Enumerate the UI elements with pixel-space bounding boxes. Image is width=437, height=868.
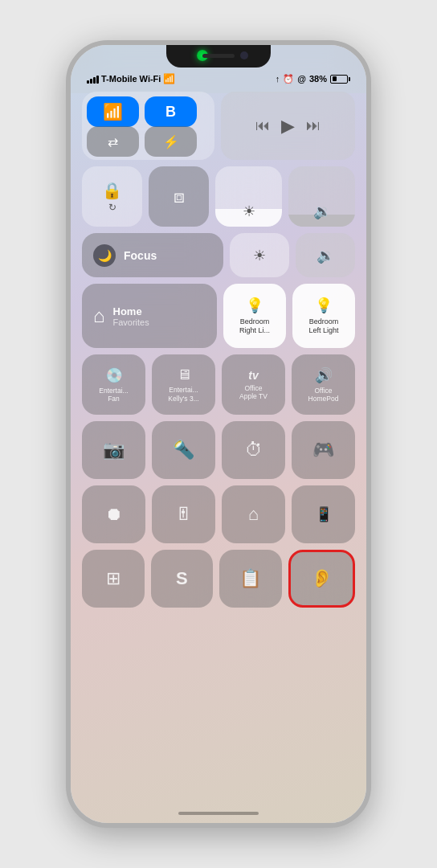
appletv-label: OfficeApple TV bbox=[239, 384, 268, 400]
bulb-right-icon: 💡 bbox=[246, 297, 263, 314]
battery-indicator bbox=[330, 75, 350, 84]
brightness-wide-icon: ☀ bbox=[253, 247, 266, 264]
remote-icon: 🎮 bbox=[312, 440, 334, 461]
volume-wide-tile[interactable]: 🔉 bbox=[296, 233, 355, 277]
home-app-tile[interactable]: ⌂ bbox=[222, 485, 285, 543]
play-button[interactable]: ▶ bbox=[281, 116, 295, 137]
control-center: 📶 B ⇄ ⚡ ⏮ ▶ bbox=[82, 92, 355, 783]
camera-tile[interactable]: 📷 bbox=[82, 421, 145, 479]
appletv-remote-tile[interactable]: 📱 bbox=[292, 485, 355, 543]
qr-icon: ⊞ bbox=[106, 568, 120, 589]
wifi-toggle[interactable]: 📶 bbox=[87, 96, 139, 127]
moon-icon: 🌙 bbox=[98, 249, 112, 262]
volume-slider[interactable]: 🔉 bbox=[288, 166, 355, 227]
shazam-icon: S bbox=[176, 568, 188, 589]
signal-bar-2 bbox=[90, 79, 92, 84]
airdrop-icon: ⇄ bbox=[108, 134, 118, 149]
location-icon: ↑ bbox=[276, 74, 280, 84]
row-tools1: 📷 🔦 ⏱ 🎮 bbox=[82, 421, 355, 479]
bulb-left-icon: 💡 bbox=[315, 297, 333, 314]
timer-tile[interactable]: ⏱ bbox=[222, 421, 285, 479]
home-title: Home bbox=[113, 305, 149, 317]
moon-circle: 🌙 bbox=[93, 244, 116, 267]
row-devices: 💿 Entertai...Fan 🖥 Entertai...Kelly's 3.… bbox=[82, 354, 355, 415]
volume-wide-icon: 🔉 bbox=[317, 247, 334, 264]
screen-mirror-tile[interactable]: ⧈ bbox=[149, 166, 209, 227]
home-indicator bbox=[178, 812, 259, 815]
rewind-button[interactable]: ⏮ bbox=[255, 117, 270, 134]
status-bar: T-Mobile Wi-Fi 📶 ↑ ⏰ @ 38% bbox=[71, 69, 366, 88]
bluetooth-toggle[interactable]: B bbox=[145, 96, 197, 127]
sound-tile[interactable]: 🎚 bbox=[152, 485, 215, 543]
alarm-icon: ⏰ bbox=[283, 74, 294, 84]
row-tools2: ⏺ 🎚 ⌂ 📱 bbox=[82, 485, 355, 543]
speaker bbox=[202, 54, 235, 58]
notes-icon: 📋 bbox=[239, 568, 261, 589]
office-appletv-tile[interactable]: tv OfficeApple TV bbox=[222, 354, 285, 415]
entertainment-fan-tile[interactable]: 💿 Entertai...Fan bbox=[82, 354, 145, 415]
volume-icon: 🔉 bbox=[313, 203, 331, 220]
airdrop-toggle[interactable]: ⇄ bbox=[87, 126, 139, 157]
brightness-wide-tile[interactable]: ☀ bbox=[230, 233, 289, 277]
qr-scan-tile[interactable]: ⊞ bbox=[82, 550, 145, 608]
hotspot-icon: ⚡ bbox=[163, 134, 179, 149]
flashlight-icon: 🔦 bbox=[173, 440, 194, 461]
focus-button[interactable]: 🌙 Focus bbox=[82, 233, 223, 277]
entertainment-kellys-tile[interactable]: 🖥 Entertai...Kelly's 3... bbox=[152, 354, 215, 415]
hotspot-toggle[interactable]: ⚡ bbox=[145, 126, 197, 157]
signal-bar-4 bbox=[96, 76, 99, 84]
battery-fill bbox=[333, 76, 337, 81]
camera bbox=[240, 51, 248, 59]
focus-label: Focus bbox=[124, 249, 157, 262]
bedroom-right-label: BedroomRight Li... bbox=[239, 317, 270, 335]
carrier-label: T-Mobile bbox=[101, 74, 137, 84]
sound-icon: 🎚 bbox=[175, 504, 193, 525]
hearing-tile[interactable]: 👂 bbox=[288, 550, 356, 608]
home-icon: ⌂ bbox=[93, 305, 105, 327]
screen-mirror-icon: ⧈ bbox=[174, 186, 185, 207]
shazam-tile[interactable]: S bbox=[151, 550, 214, 608]
tv-icon: 🖥 bbox=[177, 366, 191, 383]
battery-tip bbox=[349, 77, 350, 81]
homepod-icon: 🔊 bbox=[315, 366, 333, 384]
appletv-icon: tv bbox=[248, 369, 258, 382]
phone-frame: T-Mobile Wi-Fi 📶 ↑ ⏰ @ 38% bbox=[66, 40, 371, 828]
camera-icon: 📷 bbox=[103, 440, 125, 461]
row-home: ⌂ Home Favorites 💡 BedroomRight Li... 💡 … bbox=[82, 284, 355, 348]
rotation-arrow-icon: ↻ bbox=[108, 202, 116, 213]
timer-icon: ⏱ bbox=[245, 440, 263, 461]
signal-bar-1 bbox=[87, 80, 89, 84]
signal-bar-3 bbox=[93, 77, 96, 84]
media-block: ⏮ ▶ ⏭ bbox=[221, 92, 355, 160]
status-left: T-Mobile Wi-Fi 📶 bbox=[87, 73, 175, 84]
notes-tile[interactable]: 📋 bbox=[219, 550, 282, 608]
bedroom-left-light-tile[interactable]: 💡 BedroomLeft Light bbox=[292, 284, 355, 348]
kellys-label: Entertai...Kelly's 3... bbox=[168, 386, 198, 402]
home-app-icon: ⌂ bbox=[248, 504, 259, 525]
screen-record-tile[interactable]: ⏺ bbox=[82, 485, 145, 543]
wifi-icon: 📶 bbox=[103, 102, 123, 121]
bedroom-left-label: BedroomLeft Light bbox=[308, 317, 338, 335]
forward-button[interactable]: ⏭ bbox=[306, 117, 321, 134]
remote-tile[interactable]: 🎮 bbox=[292, 421, 355, 479]
screen-record-icon: ⏺ bbox=[105, 504, 123, 525]
flashlight-tile[interactable]: 🔦 bbox=[152, 421, 215, 479]
lock-rotation-tile[interactable]: 🔒 ↻ bbox=[82, 166, 142, 227]
row-sliders: 🔒 ↻ ⧈ ☀ 🔉 bbox=[82, 166, 355, 227]
home-button[interactable]: ⌂ Home Favorites bbox=[82, 284, 217, 348]
appletv-remote-icon: 📱 bbox=[315, 506, 333, 523]
connectivity-block: 📶 B ⇄ ⚡ bbox=[82, 92, 214, 160]
bedroom-right-light-tile[interactable]: 💡 BedroomRight Li... bbox=[223, 284, 286, 348]
lock-rotation-icon: 🔒 bbox=[102, 181, 122, 200]
home-subtitle: Favorites bbox=[113, 317, 149, 327]
row-focus: 🌙 Focus ☀ 🔉 bbox=[82, 233, 355, 277]
battery-body bbox=[330, 75, 348, 84]
signal-bars bbox=[87, 74, 99, 84]
brightness-slider[interactable]: ☀ bbox=[215, 166, 282, 227]
hearing-icon: 👂 bbox=[311, 568, 333, 589]
office-homepod-tile[interactable]: 🔊 OfficeHomePod bbox=[292, 354, 355, 415]
fan-icon: 💿 bbox=[105, 366, 123, 384]
fan-label: Entertai...Fan bbox=[99, 387, 128, 403]
home-text: Home Favorites bbox=[113, 305, 149, 327]
screen: T-Mobile Wi-Fi 📶 ↑ ⏰ @ 38% bbox=[71, 45, 366, 823]
